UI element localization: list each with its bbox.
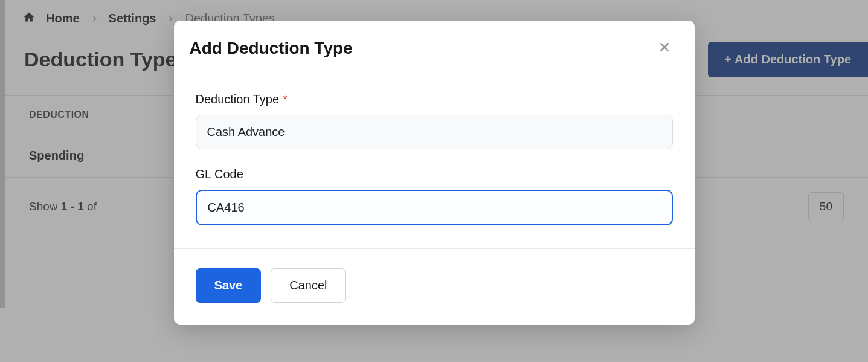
field-deduction-type: Deduction Type *: [196, 92, 673, 149]
add-deduction-type-modal: Add Deduction Type Deduction Type * GL C…: [174, 21, 695, 325]
modal-header: Add Deduction Type: [174, 21, 695, 74]
field-gl-code: GL Code: [196, 167, 673, 225]
modal-footer: Save Cancel: [174, 248, 695, 325]
modal-title: Add Deduction Type: [190, 39, 353, 58]
close-icon[interactable]: [656, 39, 673, 58]
required-mark: *: [283, 92, 288, 106]
modal-body: Deduction Type * GL Code: [174, 74, 695, 248]
save-button[interactable]: Save: [196, 268, 262, 303]
gl-code-label: GL Code: [196, 167, 673, 181]
deduction-type-label: Deduction Type *: [196, 92, 673, 106]
label-text: Deduction Type: [196, 92, 280, 106]
deduction-type-input[interactable]: [196, 115, 673, 149]
gl-code-input[interactable]: [196, 190, 673, 225]
modal-overlay[interactable]: Add Deduction Type Deduction Type * GL C…: [0, 0, 868, 362]
cancel-button[interactable]: Cancel: [271, 268, 346, 303]
